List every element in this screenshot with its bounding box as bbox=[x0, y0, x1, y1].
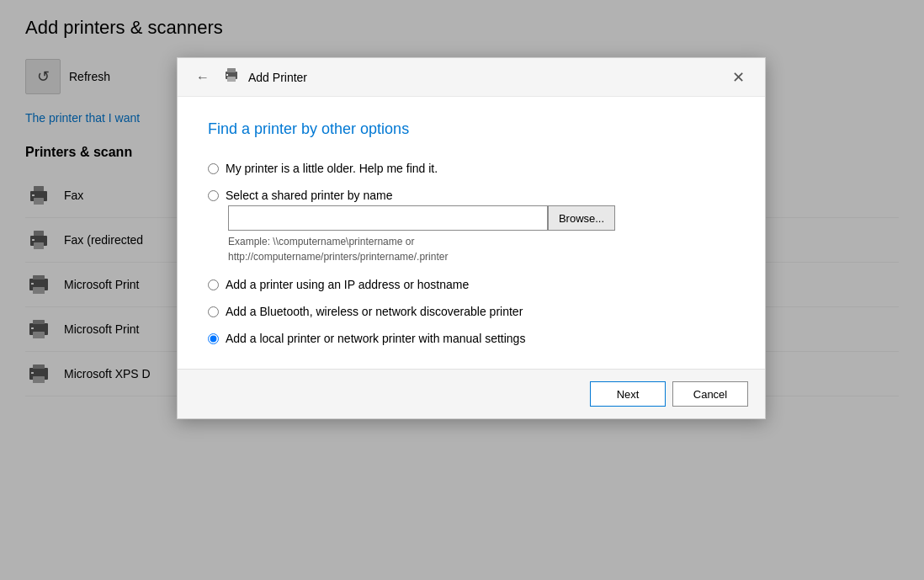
radio-label-3[interactable]: Add a printer using an IP address or hos… bbox=[226, 278, 469, 291]
radio-item-3: Add a printer using an IP address or hos… bbox=[208, 278, 735, 291]
radio-item-1: My printer is a little older. Help me fi… bbox=[208, 162, 735, 175]
radio-opt3[interactable] bbox=[208, 279, 219, 290]
radio-opt1[interactable] bbox=[208, 163, 219, 174]
cancel-button[interactable]: Cancel bbox=[672, 381, 748, 407]
radio-item-2: Select a shared printer by name bbox=[208, 189, 735, 202]
close-button[interactable]: ✕ bbox=[725, 68, 751, 87]
example-text: Example: \\computername\printername orht… bbox=[228, 234, 735, 264]
radio-opt4[interactable] bbox=[208, 306, 219, 317]
next-button[interactable]: Next bbox=[590, 381, 666, 407]
shared-printer-row: Browse... bbox=[228, 205, 735, 231]
svg-rect-23 bbox=[226, 74, 228, 76]
add-printer-dialog: ← Add Printer ✕ Find a printer by other … bbox=[177, 57, 766, 419]
back-button[interactable]: ← bbox=[191, 68, 215, 87]
radio-label-2[interactable]: Select a shared printer by name bbox=[226, 189, 392, 202]
radio-item-2-wrapper: Select a shared printer by name Browse..… bbox=[208, 189, 735, 264]
svg-rect-21 bbox=[227, 68, 236, 72]
radio-label-4[interactable]: Add a Bluetooth, wireless or network dis… bbox=[226, 305, 523, 318]
radio-label-5[interactable]: Add a local printer or network printer w… bbox=[226, 332, 525, 345]
dialog-header: ← Add Printer ✕ bbox=[178, 58, 765, 97]
radio-group: My printer is a little older. Help me fi… bbox=[208, 162, 735, 345]
dialog-title: Add Printer bbox=[248, 71, 307, 84]
svg-rect-22 bbox=[227, 77, 236, 82]
radio-label-1[interactable]: My printer is a little older. Help me fi… bbox=[226, 162, 438, 175]
dialog-header-left: ← Add Printer bbox=[191, 67, 307, 88]
radio-item-4: Add a Bluetooth, wireless or network dis… bbox=[208, 305, 735, 318]
radio-item-5: Add a local printer or network printer w… bbox=[208, 332, 735, 345]
browse-button[interactable]: Browse... bbox=[548, 205, 615, 231]
dialog-footer: Next Cancel bbox=[178, 369, 765, 418]
printer-icon bbox=[223, 67, 240, 88]
shared-printer-input[interactable] bbox=[228, 205, 548, 231]
radio-opt2[interactable] bbox=[208, 190, 219, 201]
radio-opt5[interactable] bbox=[208, 333, 219, 344]
dialog-section-title: Find a printer by other options bbox=[208, 120, 735, 138]
dialog-body: Find a printer by other options My print… bbox=[178, 97, 765, 369]
